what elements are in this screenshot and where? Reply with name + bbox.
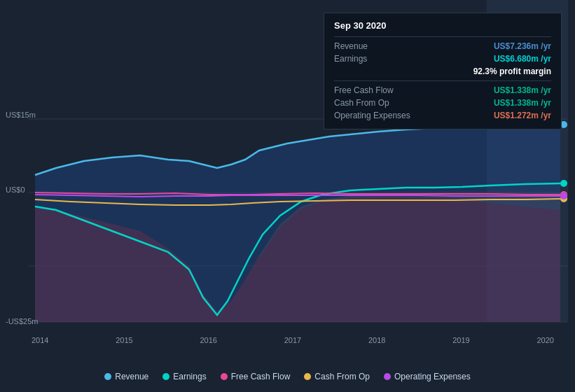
tooltip-opex-row: Operating Expenses US$1.272m /yr: [334, 109, 551, 122]
legend-item-revenue[interactable]: Revenue: [104, 372, 148, 382]
tooltip-opex-label: Operating Expenses: [334, 111, 418, 120]
tooltip-date: Sep 30 2020: [334, 20, 551, 31]
svg-point-7: [560, 180, 567, 187]
tooltip-margin-row: 92.3% profit margin: [334, 65, 551, 78]
tooltip-earnings-unit: /yr: [541, 54, 551, 64]
tooltip-divider-2: [334, 80, 551, 81]
legend-dot-fcf: [221, 373, 228, 380]
x-label-2016: 2016: [200, 336, 217, 344]
legend-label-revenue: Revenue: [115, 372, 148, 382]
legend-dot-cashfromop: [304, 373, 311, 380]
x-axis: 2014 2015 2016 2017 2018 2019 2020: [0, 336, 575, 344]
tooltip-fcf-row: Free Cash Flow US$1.338m /yr: [334, 84, 551, 97]
tooltip-revenue-label: Revenue: [334, 41, 418, 51]
tooltip-opex-value: US$1.272m: [494, 111, 539, 120]
legend-item-cashfromop[interactable]: Cash From Op: [304, 372, 370, 382]
legend-item-earnings[interactable]: Earnings: [162, 372, 206, 382]
tooltip-divider-1: [334, 36, 551, 37]
legend-item-fcf[interactable]: Free Cash Flow: [221, 372, 291, 382]
tooltip-earnings-label: Earnings: [334, 54, 418, 64]
tooltip-fcf-label: Free Cash Flow: [334, 85, 418, 95]
chart-container: US$15m US$0 -US$25m 2014 2015 2016 2017 …: [0, 0, 575, 392]
legend-label-cashfromop: Cash From Op: [314, 372, 370, 382]
tooltip-profit-margin: 92.3% profit margin: [473, 66, 551, 76]
x-label-2019: 2019: [452, 336, 469, 344]
x-label-2020: 2020: [537, 336, 554, 344]
tooltip-cashfromop-row: Cash From Op US$1.338m /yr: [334, 97, 551, 109]
x-label-2014: 2014: [32, 336, 48, 344]
x-label-2015: 2015: [116, 336, 132, 344]
legend-item-opex[interactable]: Operating Expenses: [384, 372, 471, 382]
tooltip-revenue-row: Revenue US$7.236m /yr: [334, 40, 551, 52]
legend-label-fcf: Free Cash Flow: [231, 372, 291, 382]
legend-label-earnings: Earnings: [173, 372, 206, 382]
tooltip-earnings-value: US$6.680m: [494, 54, 539, 64]
tooltip-cashfromop-value: US$1.338m: [494, 98, 539, 108]
y-label-15m: US$15m: [6, 111, 36, 119]
legend-dot-revenue: [104, 373, 111, 380]
tooltip-fcf-value: US$1.338m: [494, 85, 539, 95]
tooltip-opex-unit: /yr: [541, 111, 551, 120]
y-label-25m: -US$25m: [6, 317, 38, 326]
x-label-2018: 2018: [368, 336, 385, 344]
legend: Revenue Earnings Free Cash Flow Cash Fro…: [0, 372, 575, 382]
y-label-0: US$0: [6, 186, 25, 194]
legend-label-opex: Operating Expenses: [394, 372, 471, 382]
tooltip-revenue-unit: /yr: [541, 41, 551, 51]
tooltip-box: Sep 30 2020 Revenue US$7.236m /yr Earnin…: [324, 13, 562, 130]
x-label-2017: 2017: [284, 336, 301, 344]
tooltip-cashfromop-label: Cash From Op: [334, 98, 418, 108]
tooltip-cashfromop-unit: /yr: [541, 98, 551, 108]
svg-point-10: [560, 192, 567, 200]
legend-dot-opex: [384, 373, 391, 380]
tooltip-revenue-value: US$7.236m: [494, 41, 539, 51]
legend-dot-earnings: [162, 373, 169, 380]
tooltip-fcf-unit: /yr: [541, 85, 551, 95]
tooltip-earnings-row: Earnings US$6.680m /yr: [334, 52, 551, 65]
